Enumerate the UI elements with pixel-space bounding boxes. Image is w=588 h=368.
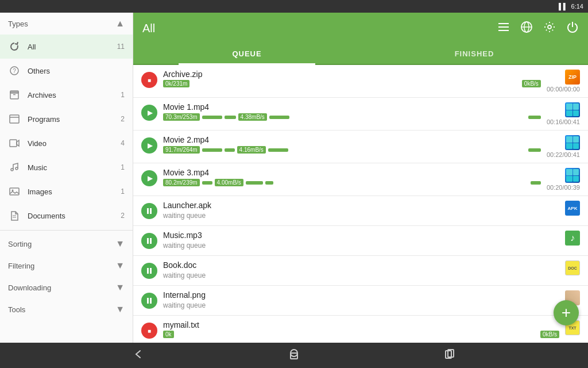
waiting-label: waiting queue: [163, 301, 559, 309]
power-icon[interactable]: [566, 21, 579, 36]
filtering-chevron-icon: ▼: [115, 260, 125, 271]
sidebar-item-images[interactable]: Images 1: [0, 179, 133, 204]
list-item[interactable]: Book.doc waiting queue DOC: [133, 256, 588, 286]
dl-info: mymail.txt 0k 0kB/s: [163, 320, 559, 338]
archives-icon: [8, 89, 21, 101]
progress-seg: [268, 148, 288, 152]
images-icon: [8, 185, 21, 198]
dl-info: Movie 3.mp4 80.2m/239m 4.00mB/s: [163, 168, 541, 186]
speed-badge: 4.00mB/s: [215, 179, 243, 186]
all-label: All: [28, 43, 110, 51]
speed-badge: 4.16mB/s: [237, 146, 266, 154]
sorting-label: Sorting: [8, 240, 32, 248]
music-count: 1: [121, 163, 125, 171]
dl-time: 00:22/00:41: [547, 151, 580, 158]
music-icon: [8, 161, 21, 174]
list-item[interactable]: ▶ Movie 3.mp4 80.2m/239m 4.00mB/s: [133, 163, 588, 196]
dl-name: Movie 3.mp4: [163, 168, 541, 177]
size-badge: 80.2m/239m: [163, 179, 200, 186]
svg-rect-10: [10, 188, 19, 195]
sidebar-item-all[interactable]: All 11: [0, 34, 133, 59]
sidebar-item-programs[interactable]: Programs 2: [0, 107, 133, 131]
file-type-icon: [565, 168, 580, 183]
filtering-label: Filtering: [8, 262, 34, 270]
sidebar-item-archives[interactable]: Archives 1: [0, 83, 133, 107]
svg-point-9: [16, 167, 18, 170]
svg-point-20: [548, 25, 551, 29]
list-icon[interactable]: [497, 21, 510, 36]
tools-label: Tools: [8, 305, 25, 314]
progress-seg: [202, 148, 222, 152]
sorting-section[interactable]: Sorting ▼: [0, 233, 133, 255]
list-item[interactable]: Internal.png waiting queue: [133, 286, 588, 316]
svg-point-11: [12, 190, 14, 191]
status-bar-right: ▌▌ 6:14: [559, 3, 583, 10]
downloading-section[interactable]: Downloading ▼: [0, 277, 133, 298]
sidebar-item-others[interactable]: ? Others: [0, 59, 133, 83]
documents-count: 2: [121, 212, 125, 220]
sidebar-item-documents[interactable]: Documents 2: [0, 204, 133, 228]
list-item[interactable]: ■ Archive.zip 0k/231m 0kB/s ZIP 00:00/00…: [133, 65, 588, 98]
svg-rect-5: [10, 115, 19, 123]
add-fab-button[interactable]: +: [554, 300, 579, 325]
svg-rect-7: [10, 140, 17, 147]
home-button[interactable]: [276, 343, 312, 368]
tools-section[interactable]: Tools ▼: [0, 298, 133, 320]
all-count: 11: [117, 43, 125, 51]
back-button[interactable]: [121, 343, 156, 368]
sorting-chevron-icon: ▼: [115, 239, 125, 249]
waiting-label: waiting queue: [163, 212, 559, 220]
speed-badge: 0kB/s: [522, 80, 541, 87]
tab-queue[interactable]: QUEUE: [133, 44, 361, 64]
others-icon: ?: [8, 64, 21, 77]
refresh-icon: [8, 40, 21, 53]
file-type-icon: ♪: [565, 231, 580, 246]
list-item[interactable]: ■ mymail.txt 0k 0kB/s TXT: [133, 316, 588, 343]
progress-seg: [225, 116, 236, 119]
globe-icon[interactable]: [520, 21, 533, 36]
tabs-bar: QUEUE FINISHED: [133, 44, 588, 65]
dl-time: 00:20/00:39: [547, 184, 580, 191]
recents-button[interactable]: [432, 343, 468, 368]
file-type-icon: [565, 102, 580, 117]
dl-name: Movie 1.mp4: [163, 102, 541, 112]
documents-label: Documents: [28, 212, 114, 220]
size-badge: 0k: [163, 331, 174, 338]
types-chevron-icon: ▲: [115, 18, 125, 29]
progress-seg: [246, 181, 263, 185]
list-item[interactable]: ▶ Movie 2.mp4 91.7m/264m 4.16mB/s: [133, 131, 588, 163]
archives-label: Archives: [28, 91, 114, 99]
types-label: Types: [8, 20, 28, 28]
sidebar-item-video[interactable]: Video 4: [0, 131, 133, 155]
content-area: All QUEUE FINISHED: [133, 13, 588, 343]
waiting-label: waiting queue: [163, 271, 559, 279]
progress-seg: [202, 181, 212, 185]
music-label: Music: [28, 163, 114, 172]
dl-info: Archive.zip 0k/231m 0kB/s: [163, 70, 541, 87]
play-icon: ▶: [141, 105, 157, 121]
dl-name: Movie 2.mp4: [163, 135, 541, 144]
size-badge: 70.3m/253m: [163, 113, 200, 121]
dl-name: Internal.png: [163, 290, 559, 300]
video-count: 4: [121, 139, 125, 147]
downloading-label: Downloading: [8, 283, 51, 292]
speed-badge: 0kB/s: [540, 331, 559, 338]
dl-name: mymail.txt: [163, 320, 559, 329]
dl-time: 00:00/00:00: [547, 86, 580, 93]
tab-finished[interactable]: FINISHED: [361, 44, 588, 64]
sidebar-item-music[interactable]: Music 1: [0, 155, 133, 179]
play-icon: ▶: [141, 170, 157, 186]
list-item[interactable]: Launcher.apk waiting queue APK: [133, 196, 588, 226]
filtering-section[interactable]: Filtering ▼: [0, 255, 133, 277]
list-item[interactable]: ▶ Movie 1.mp4 70.3m/253m 4.38mB/s: [133, 98, 588, 131]
page-title: All: [142, 22, 488, 35]
main-layout: Types ▲ All 11 ? Others Archives 1: [0, 13, 588, 343]
types-section-header[interactable]: Types ▲: [0, 13, 133, 34]
waiting-label: waiting queue: [163, 241, 559, 250]
programs-label: Programs: [28, 115, 114, 124]
settings-icon[interactable]: [543, 21, 556, 36]
archives-count: 1: [121, 91, 125, 99]
list-item[interactable]: Music.mp3 waiting queue ♪: [133, 226, 588, 256]
dl-info: Movie 2.mp4 91.7m/264m 4.16mB/s: [163, 135, 541, 154]
bottom-nav: [0, 343, 588, 368]
